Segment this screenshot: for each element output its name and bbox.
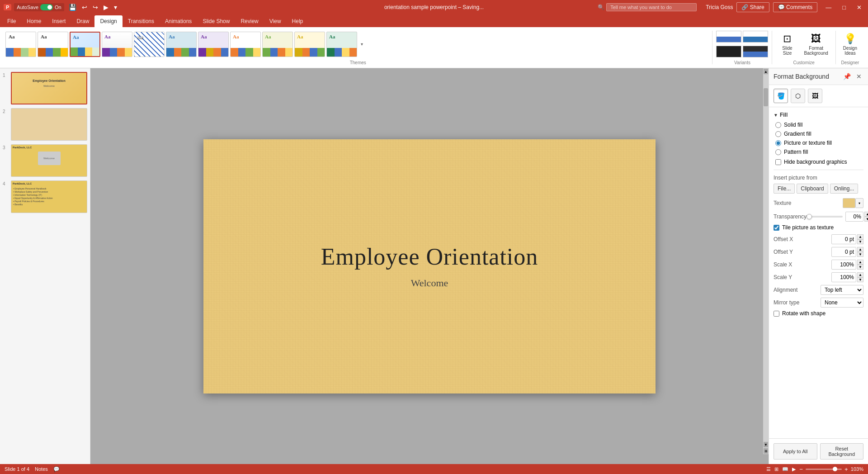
undo-button[interactable]: ↩ <box>80 3 89 12</box>
solid-fill-radio[interactable] <box>775 122 781 128</box>
format-tab-fill[interactable]: 🪣 <box>774 89 788 103</box>
slideshow-button[interactable]: ▶ <box>792 466 796 472</box>
format-tab-effects[interactable]: ⬡ <box>791 89 805 103</box>
transparency-input[interactable] <box>845 212 863 222</box>
comments-status-button[interactable]: 💬 <box>53 466 60 472</box>
canvas-scrollbar[interactable]: ▲ ▼ ⊕ <box>763 68 769 454</box>
offset-y-down[interactable]: ▼ <box>857 252 863 257</box>
theme-item-6[interactable]: Aa <box>198 32 229 57</box>
slide-subtitle[interactable]: Welcome <box>411 277 448 289</box>
scale-x-up[interactable]: ▲ <box>857 260 863 265</box>
tile-checkbox[interactable] <box>774 225 779 231</box>
tile-option[interactable]: Tile picture as texture <box>774 224 863 231</box>
picture-fill-option[interactable]: Picture or texture fill <box>775 140 863 146</box>
theme-item-3[interactable]: Aa <box>102 32 132 57</box>
slide-thumb-2[interactable]: 2 <box>3 108 87 141</box>
zoom-slider[interactable] <box>806 469 842 470</box>
slide-canvas[interactable]: Employee Orientation Welcome <box>203 139 656 393</box>
zoom-out-button[interactable]: − <box>799 466 803 473</box>
slide-preview-3[interactable]: ParkDeck, LLC Welcome <box>11 144 87 177</box>
theme-item-5[interactable]: Aa <box>166 32 197 57</box>
theme-item-2[interactable]: Aa <box>70 32 100 57</box>
tab-insert[interactable]: Insert <box>47 15 71 27</box>
slide-sorter-button[interactable]: ⊞ <box>774 466 778 472</box>
solid-fill-option[interactable]: Solid fill <box>775 122 863 128</box>
file-button[interactable]: File... <box>774 184 795 194</box>
scroll-thumb[interactable] <box>764 88 768 106</box>
tab-home[interactable]: Home <box>21 15 47 27</box>
texture-dropdown-button[interactable]: ▾ <box>855 198 863 208</box>
reset-background-button[interactable]: Reset Background <box>820 443 864 460</box>
tab-view[interactable]: View <box>264 15 287 27</box>
maximize-button[interactable]: □ <box>840 3 849 12</box>
offset-x-down[interactable]: ▼ <box>857 239 863 244</box>
slide-title[interactable]: Employee Orientation <box>321 243 538 270</box>
zoom-percent[interactable]: 103% <box>851 466 863 472</box>
more-qa-button[interactable]: ▾ <box>112 3 119 12</box>
tab-slideshow[interactable]: Slide Show <box>197 15 235 27</box>
tab-draw[interactable]: Draw <box>71 15 94 27</box>
tab-transitions[interactable]: Transitions <box>123 15 160 27</box>
autosave-toggle[interactable] <box>40 4 53 10</box>
scale-x-input[interactable] <box>831 260 856 270</box>
texture-preview[interactable] <box>843 198 855 208</box>
tab-review[interactable]: Review <box>235 15 264 27</box>
notes-button[interactable]: Notes <box>35 466 48 472</box>
minimize-button[interactable]: — <box>823 3 834 12</box>
slide-thumb-4[interactable]: 4 ParkDeck, LLC • Employee Personnel Han… <box>3 180 87 213</box>
panel-pin-button[interactable]: 📌 <box>841 72 853 81</box>
search-input[interactable] <box>606 3 697 11</box>
rotate-option[interactable]: Rotate with shape <box>774 310 863 317</box>
design-ideas-button[interactable]: 💡 DesignIdeas <box>840 31 861 57</box>
gradient-fill-option[interactable]: Gradient fill <box>775 131 863 137</box>
slide-size-button[interactable]: ⊡ SlideSize <box>776 31 798 57</box>
offset-x-input[interactable] <box>831 234 856 244</box>
scroll-up-btn[interactable]: ▲ <box>764 69 768 74</box>
present-button[interactable]: ▶ <box>102 3 110 12</box>
format-background-button[interactable]: 🖼 FormatBackground <box>800 31 831 57</box>
hide-bg-checkbox[interactable] <box>775 159 781 165</box>
tab-help[interactable]: Help <box>287 15 309 27</box>
mirror-select[interactable]: None Horizontal Vertical Both <box>821 298 863 308</box>
offset-x-up[interactable]: ▲ <box>857 234 863 239</box>
tab-file[interactable]: File <box>2 15 21 27</box>
scroll-zoom-btn[interactable]: ⊕ <box>764 448 768 454</box>
reading-view-button[interactable]: 📖 <box>782 466 788 472</box>
slide-preview-1[interactable]: Employee Orientation Welcome <box>11 72 87 104</box>
offset-y-up[interactable]: ▲ <box>857 247 863 252</box>
normal-view-button[interactable]: ☰ <box>766 466 771 472</box>
offset-y-input[interactable] <box>831 247 856 257</box>
zoom-in-button[interactable]: + <box>844 466 848 473</box>
gradient-fill-radio[interactable] <box>775 131 781 137</box>
apply-to-all-button[interactable]: Apply to All <box>774 443 817 460</box>
pattern-fill-radio[interactable] <box>775 149 781 155</box>
hide-bg-option[interactable]: Hide background graphics <box>775 159 863 165</box>
themes-scroll-down[interactable]: ▾ <box>359 32 365 57</box>
close-button[interactable]: ✕ <box>854 3 864 12</box>
save-button[interactable]: 💾 <box>67 3 78 12</box>
theme-item-4[interactable]: Aa <box>134 32 165 57</box>
tab-design[interactable]: Design <box>94 15 122 27</box>
panel-close-button[interactable]: ✕ <box>854 72 863 81</box>
comments-button[interactable]: 💬 Comments <box>773 2 817 12</box>
theme-item-7[interactable]: Aa <box>230 32 261 57</box>
transparency-slider[interactable] <box>807 216 843 218</box>
slide-preview-4[interactable]: ParkDeck, LLC • Employee Personnel Handb… <box>11 180 87 213</box>
slide-thumb-3[interactable]: 3 ParkDeck, LLC Welcome <box>3 144 87 177</box>
scale-y-down[interactable]: ▼ <box>857 277 863 282</box>
scroll-down-btn[interactable]: ▼ <box>764 442 768 447</box>
format-tab-picture[interactable]: 🖼 <box>808 89 822 103</box>
scale-x-down[interactable]: ▼ <box>857 265 863 270</box>
rotate-checkbox[interactable] <box>774 311 779 317</box>
theme-item-9[interactable]: Aa <box>294 32 325 57</box>
online-button[interactable]: Onling... <box>830 184 859 194</box>
share-button[interactable]: 🔗 Share <box>736 2 769 12</box>
picture-fill-radio[interactable] <box>775 140 781 146</box>
variant-item-0[interactable] <box>716 31 741 43</box>
variant-item-1[interactable] <box>743 31 768 43</box>
theme-item-8[interactable]: Aa <box>262 32 293 57</box>
transparency-up-button[interactable]: ▲ <box>864 212 868 217</box>
clipboard-button[interactable]: Clipboard <box>797 184 828 194</box>
variant-item-2[interactable] <box>716 46 741 57</box>
slide-thumb-1[interactable]: 1 Employee Orientation Welcome <box>3 72 87 104</box>
